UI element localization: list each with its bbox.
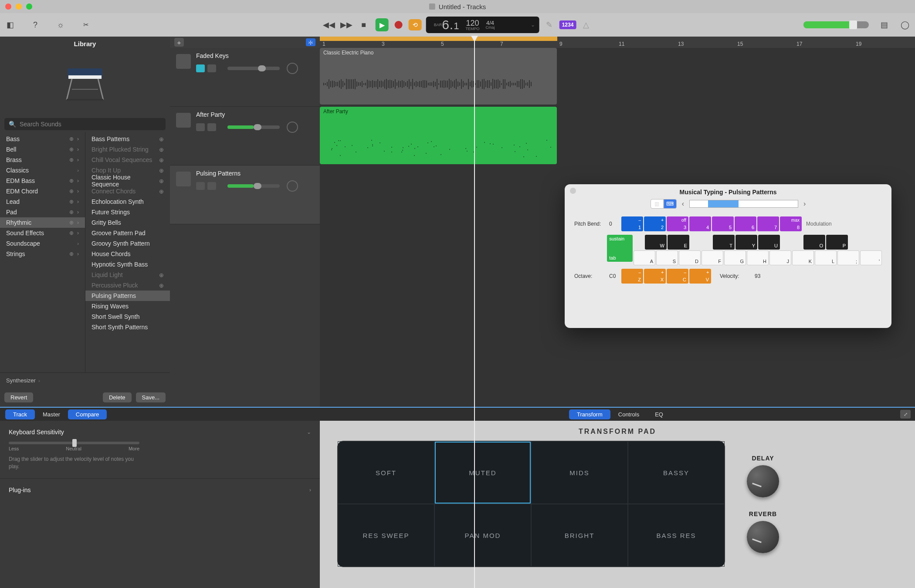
typing-key[interactable]: E (668, 235, 689, 250)
mute-button[interactable] (196, 182, 205, 190)
download-icon[interactable]: ⊕ (159, 272, 164, 278)
mini-keyboard-range[interactable] (689, 200, 798, 208)
add-track-button[interactable]: + (174, 38, 184, 47)
library-path[interactable]: Synthesizer› (0, 373, 170, 388)
smart-tab[interactable]: EQ (647, 409, 671, 419)
lib-item[interactable]: Pad⊕› (0, 207, 85, 217)
lib-item[interactable]: Strings⊕› (0, 249, 85, 259)
lib-item[interactable]: EDM Chord⊕› (0, 186, 85, 196)
mute-button[interactable] (196, 64, 205, 72)
lib-item[interactable]: Soundscape› (0, 238, 85, 249)
typing-key[interactable]: U (758, 235, 780, 250)
typing-key[interactable]: T (713, 235, 735, 250)
typing-key[interactable]: +X (644, 269, 666, 284)
cycle-region[interactable] (320, 37, 557, 41)
save-button[interactable]: Save... (136, 392, 166, 402)
lib-item[interactable]: Classics› (0, 165, 85, 176)
instrument-icon[interactable] (176, 113, 191, 128)
smart-tab[interactable]: Compare (68, 409, 107, 419)
typing-key[interactable]: S (656, 250, 678, 265)
count-in-badge[interactable]: 1234 (559, 20, 576, 29)
pan-knob[interactable] (287, 63, 298, 74)
typing-key[interactable]: W (645, 235, 667, 250)
transform-cell[interactable]: PAN MOD (434, 504, 531, 567)
download-icon[interactable]: ⊕ (159, 136, 164, 142)
transform-cell[interactable]: MIDS (531, 441, 628, 504)
metronome-icon[interactable]: △ (580, 19, 592, 30)
playhead[interactable] (474, 37, 475, 588)
piano-view-icon[interactable]: ▥ (651, 199, 664, 209)
help-button[interactable]: ? (30, 19, 41, 30)
typing-key[interactable]: P (826, 235, 848, 250)
pan-knob[interactable] (287, 122, 298, 133)
typing-key[interactable]: H (747, 250, 769, 265)
rewind-button[interactable]: ◀◀ (323, 19, 335, 30)
master-volume-slider[interactable] (803, 21, 869, 28)
lib-item[interactable]: Groove Pattern Pad (85, 228, 170, 238)
typing-key[interactable]: F (702, 250, 723, 265)
expand-icon[interactable]: ⤢ (900, 410, 911, 419)
keyboard-view-toggle[interactable]: ▥ ⌨ (651, 199, 677, 209)
lib-item[interactable]: Pulsing Patterns (85, 291, 170, 301)
typing-key[interactable]: K (792, 250, 814, 265)
lib-item[interactable]: Hypnotic Synth Bass (85, 259, 170, 270)
lib-item[interactable]: Short Synth Patterns (85, 322, 170, 332)
sensitivity-slider[interactable] (9, 442, 139, 444)
smart-tab[interactable]: Track (5, 409, 35, 419)
typing-key[interactable]: –1 (621, 216, 643, 231)
smart-tab[interactable]: Transform (569, 409, 610, 419)
transform-cell[interactable]: BASS RES (628, 504, 725, 567)
item-actions[interactable]: ⊕› (69, 199, 79, 205)
lib-item[interactable]: Bright Plucked String⊕ (85, 144, 170, 155)
typing-key[interactable]: A (634, 250, 655, 265)
sensitivity-heading[interactable]: Keyboard Sensitivity ⌄ (9, 429, 311, 436)
lib-item[interactable]: Sound Effects⊕› (0, 228, 85, 238)
download-icon[interactable]: ⊕ (159, 282, 164, 289)
cycle-button[interactable]: ⟲ (409, 19, 422, 30)
loop-browser-button[interactable]: ◯ (899, 19, 911, 30)
item-actions[interactable]: ⊕› (69, 136, 79, 142)
lib-item[interactable]: Groovy Synth Pattern (85, 238, 170, 249)
musical-typing-window[interactable]: Musical Typing - Pulsing Patterns ▥ ⌨ ‹ … (565, 184, 891, 328)
typing-key[interactable]: J (769, 250, 791, 265)
delete-button[interactable]: Delete (103, 392, 132, 402)
edit-icon[interactable]: ✎ (544, 19, 555, 30)
typing-key[interactable]: max8 (780, 216, 802, 231)
volume-slider[interactable] (227, 125, 280, 129)
lib-item[interactable]: Rhythmic⊕› (0, 217, 85, 228)
smart-tab[interactable]: Controls (610, 409, 647, 419)
search-input[interactable]: 🔍 Search Sounds (4, 118, 166, 130)
item-actions[interactable]: ⊕› (69, 188, 79, 194)
transform-cell[interactable]: BASSY (628, 441, 725, 504)
track-header[interactable]: After Party (170, 107, 320, 166)
delay-knob[interactable] (747, 465, 779, 497)
revert-button[interactable]: Revert (4, 392, 33, 402)
lib-item[interactable]: EDM Bass⊕› (0, 176, 85, 186)
smart-tab[interactable]: Master (35, 409, 68, 419)
transform-pad[interactable]: SOFTMUTEDMIDSBASSYRES SWEEPPAN MODBRIGHT… (337, 441, 725, 567)
volume-slider[interactable] (227, 67, 280, 70)
download-icon[interactable]: ⊕ (159, 167, 164, 174)
typing-key[interactable]: –C (667, 269, 688, 284)
typing-key[interactable]: 6 (735, 216, 756, 231)
item-actions[interactable]: ⊕› (69, 209, 79, 215)
transform-cell[interactable]: RES SWEEP (338, 504, 434, 567)
minimize-window-button[interactable] (16, 3, 22, 10)
typing-key[interactable]: G (724, 250, 746, 265)
lib-item[interactable]: Percussive Pluck⊕ (85, 280, 170, 291)
instrument-icon[interactable] (176, 172, 191, 186)
item-actions[interactable]: ⊕› (69, 220, 79, 226)
record-button[interactable] (395, 21, 403, 29)
typing-key[interactable]: L (815, 250, 837, 265)
headphones-button[interactable] (207, 182, 216, 190)
forward-button[interactable]: ▶▶ (341, 19, 352, 30)
region[interactable]: Classic Electric Piano (320, 48, 557, 105)
track-header[interactable]: Pulsing Patterns (170, 166, 320, 224)
headphones-button[interactable] (207, 64, 216, 72)
fullscreen-window-button[interactable] (26, 3, 32, 10)
item-actions[interactable]: ⊕› (69, 178, 79, 184)
chevron-left-icon[interactable]: ‹ (682, 200, 684, 208)
typing-key[interactable]: +V (689, 269, 711, 284)
lib-item[interactable]: Brass⊕› (0, 155, 85, 165)
close-window-button[interactable] (5, 3, 11, 10)
